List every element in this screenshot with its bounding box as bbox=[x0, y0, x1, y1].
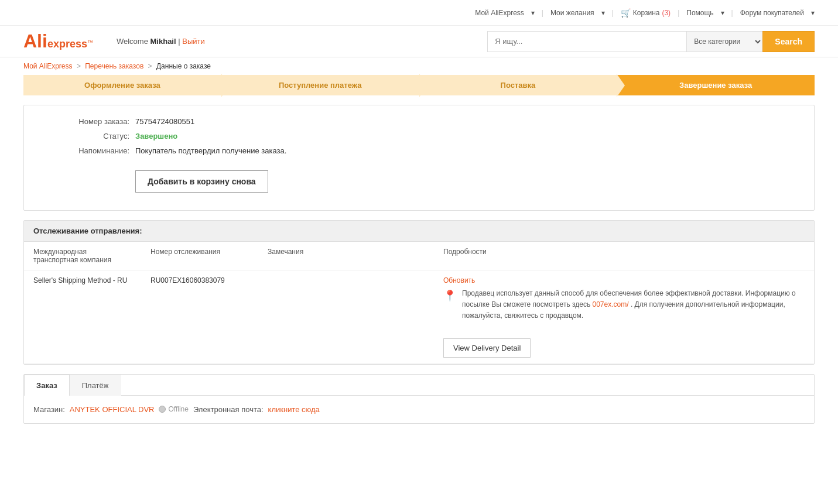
offline-dot-icon bbox=[159, 406, 166, 413]
details-cell: Обновить 📍 Продавец использует данный сп… bbox=[434, 270, 814, 364]
info-text: Продавец использует данный способ для об… bbox=[462, 288, 805, 322]
search-area: Все категории Search bbox=[487, 31, 815, 52]
shop-name-link[interactable]: ANYTEK OFFICIAL DVR bbox=[70, 405, 155, 414]
refresh-link[interactable]: Обновить bbox=[443, 276, 475, 284]
offline-badge: Offline bbox=[159, 405, 188, 413]
tracking-table: Международная транспортная компания Номе… bbox=[24, 242, 814, 364]
welcome-text: Welcome Mikhail | Выйти bbox=[117, 37, 205, 46]
help-nav[interactable]: Помощь bbox=[686, 9, 713, 17]
order-number-label: Номер заказа: bbox=[42, 117, 135, 126]
info-box: 📍 Продавец использует данный способ для … bbox=[443, 288, 805, 322]
notes-cell bbox=[258, 270, 434, 364]
username: Mikhail bbox=[151, 37, 176, 46]
progress-step-3: Поставка bbox=[419, 75, 617, 95]
search-button[interactable]: Search bbox=[762, 31, 815, 52]
add-to-cart-area: Добавить в корзину снова bbox=[42, 161, 796, 193]
breadcrumb-orders-list[interactable]: Перечень заказов bbox=[85, 62, 143, 70]
col-header-tracking: Номер отслеживания bbox=[141, 242, 258, 270]
cart-count: (3) bbox=[662, 9, 671, 17]
progress-step-2: Поступление платежа bbox=[221, 75, 419, 95]
tracking-title: Отслеживание отправления: bbox=[33, 227, 142, 235]
sep1: | bbox=[542, 9, 543, 17]
view-delivery-area: View Delivery Detail bbox=[443, 329, 805, 358]
shop-label: Магазин: bbox=[33, 405, 65, 414]
tabs-header: Заказ Платёж bbox=[24, 375, 814, 396]
logout-link[interactable]: Выйти bbox=[182, 37, 205, 46]
nav-arrow-3: ▾ bbox=[721, 9, 724, 17]
shop-info: Магазин: ANYTEK OFFICIAL DVR Offline Эле… bbox=[33, 405, 805, 414]
tracking-table-header-row: Международная транспортная компания Номе… bbox=[24, 242, 814, 270]
email-link[interactable]: кликните сюда bbox=[268, 405, 320, 414]
breadcrumb: Мой AliExpress > Перечень заказов > Данн… bbox=[0, 57, 838, 75]
order-number-row: Номер заказа: 75754724080551 bbox=[42, 117, 796, 126]
forum-nav[interactable]: Форум покупателей bbox=[740, 9, 804, 17]
tabs-section: Заказ Платёж Магазин: ANYTEK OFFICIAL DV… bbox=[23, 374, 815, 424]
tracking-number-cell: RU007EX16060383079 bbox=[141, 270, 258, 364]
tracking-row: Seller's Shipping Method - RU RU007EX160… bbox=[24, 270, 814, 364]
reminder-row: Напоминание: Покупатель подтвердил получ… bbox=[42, 146, 796, 155]
nav-arrow-4: ▾ bbox=[811, 9, 815, 17]
my-wishlist-nav[interactable]: Мои желания bbox=[550, 9, 594, 17]
logo-ali: Ali bbox=[23, 30, 47, 52]
reminder-label: Напоминание: bbox=[42, 146, 135, 155]
view-delivery-button[interactable]: View Delivery Detail bbox=[443, 338, 531, 358]
col-header-shipping: Международная транспортная компания bbox=[24, 242, 141, 270]
tab-payment[interactable]: Платёж bbox=[70, 375, 121, 396]
sep3: | bbox=[678, 9, 679, 17]
order-number-value: 75754724080551 bbox=[135, 117, 194, 126]
progress-label-3: Поставка bbox=[501, 81, 536, 90]
top-nav-links: Мой AliExpress ▾ | Мои желания ▾ | 🛒 Кор… bbox=[475, 8, 815, 18]
status-row: Статус: Завершено bbox=[42, 132, 796, 140]
col-header-notes: Замечания bbox=[258, 242, 434, 270]
status-label: Статус: bbox=[42, 132, 135, 140]
breadcrumb-current: Данные о заказе bbox=[156, 62, 211, 70]
logo-area: Aliexpress™ Welcome Mikhail | Выйти bbox=[23, 30, 205, 52]
search-input[interactable] bbox=[487, 31, 686, 52]
progress-label-2: Поступление платежа bbox=[279, 81, 362, 90]
welcome-prefix: Welcome bbox=[117, 37, 148, 46]
nav-arrow-1: ▾ bbox=[531, 9, 535, 17]
breadcrumb-my-aliexpress[interactable]: Мой AliExpress bbox=[23, 62, 73, 70]
logo-tm: ™ bbox=[87, 39, 93, 46]
cart-label: Корзина bbox=[633, 9, 660, 17]
tab-order[interactable]: Заказ bbox=[24, 375, 70, 396]
progress-label-4: Завершение заказа bbox=[679, 81, 752, 90]
info-link[interactable]: 007ex.com/ bbox=[592, 300, 628, 308]
main-content: Номер заказа: 75754724080551 Статус: Зав… bbox=[0, 95, 838, 433]
offline-label: Offline bbox=[168, 405, 188, 413]
logo-express: express bbox=[47, 38, 87, 50]
email-label: Электронная почта: bbox=[193, 405, 264, 414]
tracking-header: Отслеживание отправления: bbox=[24, 221, 814, 242]
top-nav: Мой AliExpress ▾ | Мои желания ▾ | 🛒 Кор… bbox=[0, 0, 838, 26]
shipping-method-cell: Seller's Shipping Method - RU bbox=[24, 270, 141, 364]
cart-nav[interactable]: 🛒 Корзина (3) bbox=[621, 8, 671, 18]
reminder-value: Покупатель подтвердил получение заказа. bbox=[135, 146, 286, 155]
pin-icon: 📍 bbox=[443, 289, 456, 302]
header: Aliexpress™ Welcome Mikhail | Выйти Все … bbox=[0, 26, 838, 57]
progress-step-1: Оформление заказа bbox=[23, 75, 221, 95]
add-to-cart-button[interactable]: Добавить в корзину снова bbox=[135, 170, 268, 193]
progress-bar: Оформление заказа Поступление платежа По… bbox=[23, 75, 815, 95]
sep2: | bbox=[612, 9, 614, 17]
my-aliexpress-nav[interactable]: Мой AliExpress bbox=[475, 9, 524, 17]
nav-arrow-2: ▾ bbox=[601, 9, 605, 17]
breadcrumb-sep2: > bbox=[148, 62, 152, 70]
progress-step-4: Завершение заказа bbox=[617, 75, 815, 95]
logo: Aliexpress™ bbox=[23, 30, 93, 52]
tracking-section: Отслеживание отправления: Международная … bbox=[23, 220, 815, 365]
order-info-box: Номер заказа: 75754724080551 Статус: Зав… bbox=[23, 105, 815, 211]
status-value: Завершено bbox=[135, 132, 177, 140]
sep4: | bbox=[731, 9, 733, 17]
col-header-details: Подробности bbox=[434, 242, 814, 270]
category-select[interactable]: Все категории bbox=[686, 31, 762, 52]
cart-icon: 🛒 bbox=[621, 8, 631, 18]
breadcrumb-sep1: > bbox=[77, 62, 81, 70]
tabs-body: Магазин: ANYTEK OFFICIAL DVR Offline Эле… bbox=[24, 396, 814, 423]
progress-label-1: Оформление заказа bbox=[84, 81, 160, 90]
